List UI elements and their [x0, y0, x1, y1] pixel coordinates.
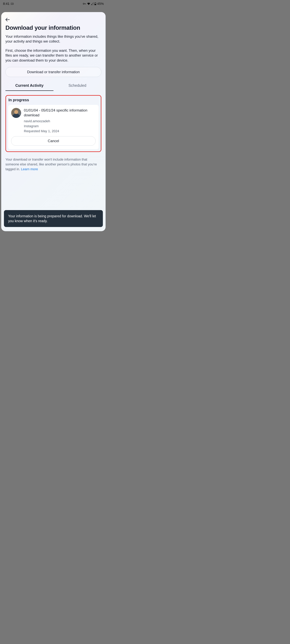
status-bar: 8:41 45%: [0, 0, 107, 8]
back-button[interactable]: [6, 18, 101, 22]
footer-text: Your download or transfer won't include …: [6, 158, 97, 171]
learn-more-link[interactable]: Learn more: [21, 167, 38, 171]
download-requested: Requested May 1, 2024: [24, 128, 96, 134]
battery-icon: [94, 2, 96, 5]
recording-icon: [11, 3, 14, 5]
toast-notification: Your information is being prepared for d…: [4, 210, 103, 227]
page-title: Download your information: [6, 24, 101, 31]
svg-point-2: [83, 3, 84, 4]
tab-scheduled[interactable]: Scheduled: [54, 82, 102, 91]
tab-current-activity[interactable]: Current Activity: [6, 82, 54, 91]
download-username: navid.amoozadeh: [24, 119, 96, 124]
download-title: 01/01/04 - 05/01/24 specific information…: [24, 108, 96, 118]
battery-percent: 45%: [97, 2, 104, 6]
modal-sheet: Download your information Your informati…: [1, 12, 106, 231]
signal-icon: [91, 2, 94, 5]
description-2: First, choose the information you want. …: [6, 48, 101, 63]
download-card[interactable]: 01/01/04 - 05/01/24 specific information…: [8, 105, 99, 149]
svg-rect-6: [95, 2, 96, 3]
footer-disclaimer: Your download or transfer won't include …: [6, 157, 101, 172]
svg-rect-7: [95, 4, 96, 5]
download-platform: Instagram: [24, 124, 96, 128]
tabs: Current Activity Scheduled: [6, 82, 101, 91]
avatar: [11, 108, 21, 118]
section-heading-in-progress: In progress: [8, 98, 99, 102]
highlight-annotation: In progress 01/01/04 - 05/01/24 specific…: [6, 95, 101, 152]
status-time: 8:41: [3, 2, 10, 6]
description-1: Your information includes things like th…: [6, 34, 101, 44]
download-transfer-button[interactable]: Download or transfer information: [6, 67, 101, 77]
cancel-button[interactable]: Cancel: [11, 136, 96, 146]
vpn-key-icon: [83, 3, 86, 5]
svg-point-1: [12, 4, 12, 4]
wifi-icon: [87, 2, 90, 5]
